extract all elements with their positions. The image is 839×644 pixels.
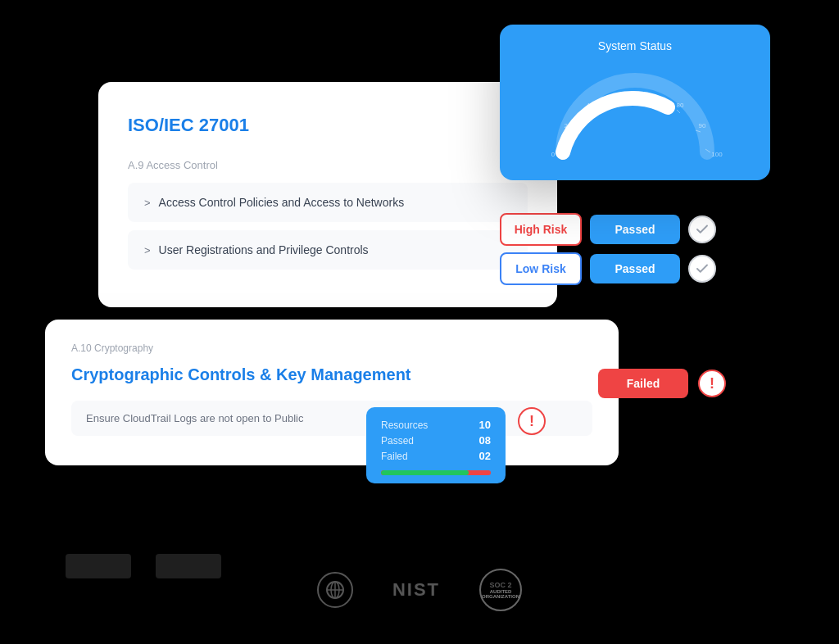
passed-row: Passed 08: [381, 434, 491, 447]
failed-row-popup: Failed 02: [381, 450, 491, 462]
svg-line-4: [677, 110, 680, 113]
ghost-logo-2: [156, 554, 221, 578]
check-icon-2: [688, 255, 716, 283]
soc2-subtext: AUDITED ORGANIZATION: [481, 589, 520, 599]
passed-badge-1: Passed: [590, 215, 680, 244]
high-risk-badge: High Risk: [500, 213, 582, 246]
resources-value: 10: [479, 419, 491, 431]
circle-logo-svg: [324, 578, 347, 601]
nist-text: NIST: [392, 579, 440, 601]
control-row-2-text: User Registrations and Privilege Control…: [159, 243, 369, 256]
alert-icon-failed: !: [698, 370, 726, 397]
low-risk-badge: Low Risk: [500, 252, 582, 285]
circle-logo: [317, 572, 353, 608]
passed-label: Passed: [381, 435, 414, 447]
resources-label: Resources: [381, 420, 428, 431]
scene: ISO/IEC 27001 A.9 Access Control > Acces…: [0, 0, 839, 644]
control-row-1[interactable]: > Access Control Policies and Access to …: [128, 183, 528, 222]
svg-text:0: 0: [551, 151, 556, 158]
check-icon-1: [688, 215, 716, 243]
crypto-title: Cryptographic Controls & Key Management: [71, 365, 592, 384]
soc2-text: SOC 2: [490, 581, 512, 589]
system-status-card: System Status 0 20 40 60: [500, 25, 770, 180]
cloudtrail-row[interactable]: Ensure CloudTrail Logs are not open to P…: [71, 401, 592, 436]
badge-row-2: Low Risk Passed: [500, 252, 716, 285]
passed-value: 08: [479, 434, 491, 447]
soc2-badge: SOC 2 AUDITED ORGANIZATION: [479, 569, 522, 611]
badges-area: High Risk Passed Low Risk Passed: [500, 213, 716, 285]
crypto-section-label: A.10 Cryptography: [71, 342, 592, 354]
chevron-icon-2: >: [144, 244, 151, 256]
ghost-logos: [66, 554, 221, 578]
resources-row: Resources 10: [381, 419, 491, 431]
badge-row-1: High Risk Passed: [500, 213, 716, 246]
main-card: ISO/IEC 27001 A.9 Access Control > Acces…: [98, 82, 557, 307]
failed-label: Failed: [381, 451, 408, 462]
gauge-svg: 0 20 40 60 80 90 100: [545, 62, 725, 161]
failed-badge: Failed: [598, 369, 688, 398]
progress-fill: [381, 470, 469, 475]
passed-badge-2: Passed: [590, 254, 680, 283]
chevron-icon-1: >: [144, 197, 151, 209]
logos-row: NIST SOC 2 AUDITED ORGANIZATION: [0, 569, 839, 611]
cloudtrail-text: Ensure CloudTrail Logs are not open to P…: [86, 412, 303, 424]
ghost-logo-1: [66, 554, 131, 578]
system-status-title: System Status: [516, 39, 754, 52]
access-control-section-label: A.9 Access Control: [128, 159, 528, 171]
nist-logo: NIST: [392, 579, 440, 601]
main-card-title: ISO/IEC 27001: [128, 115, 528, 136]
crypto-card: A.10 Cryptography Cryptographic Controls…: [45, 320, 619, 465]
progress-bar: [381, 470, 491, 475]
resource-popup: Resources 10 Passed 08 Failed 02: [366, 407, 506, 483]
failed-value: 02: [479, 450, 491, 462]
popup-alert-icon: !: [518, 407, 546, 435]
control-row-1-text: Access Control Policies and Access to Ne…: [159, 196, 405, 209]
control-row-2[interactable]: > User Registrations and Privilege Contr…: [128, 230, 528, 270]
gauge-chart: 0 20 40 60 80 90 100: [545, 62, 725, 161]
failed-row: Failed !: [598, 369, 726, 398]
